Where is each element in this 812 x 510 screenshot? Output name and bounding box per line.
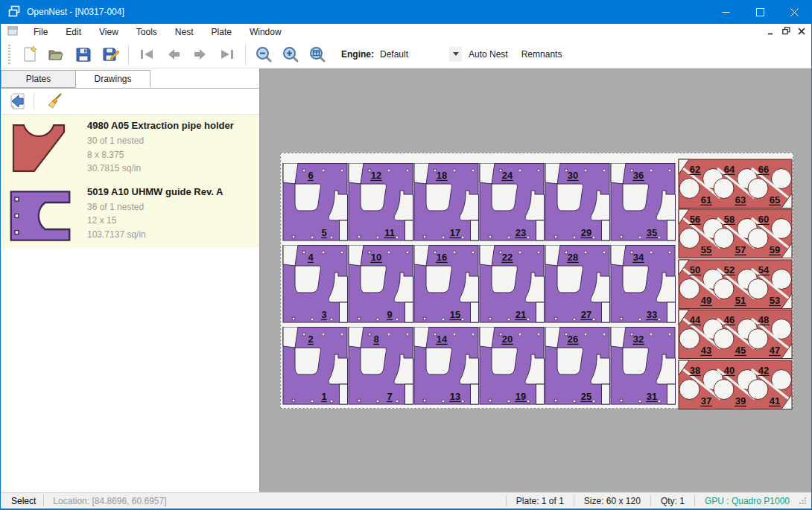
nest-cell-purple[interactable]: 30 29: [545, 163, 610, 245]
send-to-nest-icon: [9, 92, 27, 110]
svg-text:64: 64: [724, 164, 735, 175]
drawing-item[interactable]: 5019 A10 UHMW guide Rev. A 36 of 1 neste…: [1, 181, 259, 248]
svg-text:6: 6: [308, 170, 313, 181]
nest-cell-purple[interactable]: 20 19: [479, 327, 545, 409]
zoom-in-button[interactable]: [277, 42, 304, 67]
nest-cell-purple[interactable]: 12 11: [348, 163, 413, 245]
nest-row-red[interactable]: 44 43 46 45 48 47: [678, 309, 793, 360]
menu-plate[interactable]: Plate: [203, 25, 241, 39]
maximize-button[interactable]: [743, 0, 777, 24]
window-title: OpenNest - [N0317-004]: [27, 7, 124, 17]
close-button[interactable]: [777, 0, 811, 24]
main-toolbar: Engine: Default Auto Nest Remnants: [1, 40, 811, 68]
svg-text:63: 63: [735, 194, 746, 205]
nest-cell-purple[interactable]: 32 31: [610, 327, 676, 409]
minimize-button[interactable]: [708, 0, 743, 24]
nest-row-red[interactable]: 50 49 52 51 54 53: [678, 259, 793, 310]
svg-text:23: 23: [516, 227, 526, 238]
open-file-button[interactable]: [43, 42, 70, 67]
svg-text:14: 14: [437, 334, 448, 345]
drawing-nested: 36 of 1 nested: [87, 200, 255, 214]
nest-cell-purple[interactable]: 34 33: [610, 245, 676, 327]
svg-text:41: 41: [770, 395, 780, 407]
zoom-fit-button[interactable]: [304, 42, 331, 67]
nest-cell-purple[interactable]: 10 9: [348, 245, 413, 327]
svg-text:17: 17: [450, 227, 460, 238]
status-size: Size: 60 x 120: [574, 496, 650, 506]
nest-cell-purple[interactable]: 2 1: [282, 327, 348, 409]
svg-text:3: 3: [321, 309, 326, 320]
auto-nest-button[interactable]: Auto Nest: [462, 45, 515, 64]
new-file-button[interactable]: [16, 42, 43, 67]
svg-text:38: 38: [690, 365, 700, 376]
menu-edit[interactable]: Edit: [57, 25, 90, 39]
svg-text:28: 28: [568, 252, 578, 263]
open-file-icon: [48, 45, 66, 63]
nest-cell-purple[interactable]: 14 13: [413, 327, 479, 409]
nest-cell-purple[interactable]: 24 23: [479, 163, 545, 245]
svg-text:19: 19: [516, 391, 526, 402]
nest-cell-purple[interactable]: 8 7: [348, 327, 413, 409]
svg-text:59: 59: [770, 244, 780, 255]
app-window: OpenNest - [N0317-004] File Edit View To…: [0, 0, 812, 510]
nest-cell-purple[interactable]: 16 15: [413, 245, 479, 327]
svg-text:12: 12: [371, 170, 381, 181]
engine-combobox[interactable]: Default: [378, 45, 462, 63]
clean-button[interactable]: [42, 90, 67, 112]
drawing-item[interactable]: 4980 A05 Extraction pipe holder 30 of 1 …: [1, 115, 259, 181]
menu-tools[interactable]: Tools: [127, 25, 166, 39]
nest-cell-purple[interactable]: 22 21: [479, 245, 545, 327]
svg-text:51: 51: [735, 295, 746, 306]
menu-nest[interactable]: Nest: [166, 25, 203, 39]
go-next-button[interactable]: [187, 42, 214, 67]
nest-row-red[interactable]: 38 37 40 39 42 41: [678, 360, 793, 410]
menu-window[interactable]: Window: [241, 25, 291, 39]
svg-text:11: 11: [384, 227, 395, 238]
nest-cell-purple[interactable]: 6 5: [282, 163, 348, 245]
remnants-button[interactable]: Remnants: [515, 45, 569, 64]
send-to-nest-button[interactable]: [5, 90, 31, 112]
nest-cell-purple[interactable]: 28 27: [545, 245, 610, 327]
nest-cell-purple[interactable]: 4 3: [282, 245, 348, 327]
mdi-document-icon[interactable]: [7, 26, 19, 39]
svg-text:16: 16: [437, 252, 447, 263]
drawing-nested: 30 of 1 nested: [87, 134, 255, 148]
mdi-minimize-icon[interactable]: [767, 27, 775, 37]
part-thumbnail-purple: [8, 186, 83, 243]
status-gpu: GPU : Quadro P1000: [695, 496, 799, 506]
nest-cell-purple[interactable]: 36 35: [610, 163, 676, 245]
svg-text:39: 39: [735, 395, 746, 407]
menu-file[interactable]: File: [25, 25, 57, 39]
nest-cell-purple[interactable]: 26 25: [545, 327, 610, 409]
mdi-close-icon[interactable]: [798, 27, 805, 37]
tab-plates[interactable]: Plates: [1, 70, 76, 88]
svg-text:5: 5: [321, 227, 326, 238]
svg-text:53: 53: [770, 295, 780, 306]
svg-text:13: 13: [450, 391, 460, 402]
go-last-button[interactable]: [214, 42, 241, 67]
nest-canvas[interactable]: 6 5 12 11 18 17: [260, 68, 811, 492]
toolbar-grip[interactable]: [8, 45, 10, 64]
chevron-down-icon[interactable]: [449, 47, 462, 62]
nest-row-red[interactable]: 56 55 58 57 60 59: [678, 208, 793, 259]
save-as-button[interactable]: [97, 42, 124, 67]
svg-text:43: 43: [701, 345, 711, 356]
zoom-out-button[interactable]: [250, 42, 277, 67]
menu-view[interactable]: View: [90, 25, 127, 39]
nest-cell-purple[interactable]: 18 17: [413, 163, 479, 245]
go-last-icon: [218, 45, 236, 63]
tab-drawings[interactable]: Drawings: [75, 70, 150, 88]
resize-grip-icon[interactable]: [799, 496, 808, 506]
svg-text:61: 61: [701, 194, 711, 205]
go-previous-button[interactable]: [160, 42, 187, 67]
svg-text:58: 58: [724, 214, 735, 225]
nest-row-red[interactable]: 62 61 64 63 66 65: [678, 159, 793, 209]
save-button[interactable]: [70, 42, 97, 67]
plate[interactable]: 6 5 12 11 18 17: [280, 153, 793, 409]
go-first-button[interactable]: [133, 42, 160, 67]
go-next-icon: [191, 45, 209, 63]
zoom-out-icon: [255, 45, 273, 63]
mdi-restore-icon[interactable]: [782, 27, 790, 37]
save-icon: [74, 45, 92, 63]
status-location: Location: [84.8696, 60.6957]: [44, 496, 175, 506]
